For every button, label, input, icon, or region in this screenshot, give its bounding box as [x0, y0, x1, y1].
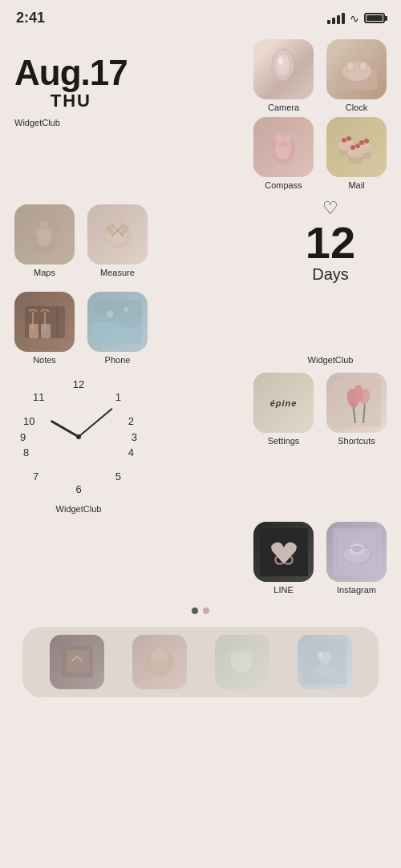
clock-center: [76, 434, 81, 439]
main-content: Aug.17 THU WidgetClub: [0, 39, 401, 697]
app-icon-maps[interactable]: [14, 204, 75, 264]
dock-icon-2[interactable]: [132, 635, 187, 689]
row4-left: 12 1 2 3 4 5 6 7 8 9 10 11 WidgetCl: [14, 373, 143, 514]
app-item-clock[interactable]: Clock: [326, 39, 387, 112]
clock-num-8: 8: [23, 446, 29, 458]
clock-num-7: 7: [33, 470, 38, 482]
clock-num-6: 6: [75, 483, 81, 495]
app-pair-row-2: Compass: [253, 117, 387, 190]
clock-num-5: 5: [115, 470, 121, 482]
svg-point-20: [359, 140, 364, 145]
svg-point-17: [346, 136, 351, 141]
app-icon-phone[interactable]: [87, 292, 148, 352]
app-label-line: LINE: [273, 585, 293, 595]
app-item-maps[interactable]: Maps: [14, 204, 75, 277]
widgetclub-label-3: WidgetClub: [56, 504, 102, 514]
svg-rect-61: [67, 650, 89, 672]
dock-icon-1[interactable]: [50, 635, 104, 689]
maps-inner: [14, 204, 75, 264]
battery-icon: [364, 13, 385, 23]
widgetclub-right: WidgetClub: [274, 355, 387, 365]
svg-point-47: [124, 307, 128, 312]
svg-point-69: [235, 661, 248, 671]
svg-point-29: [48, 220, 59, 232]
countdown-number: 12: [306, 220, 355, 265]
app-pair-row-1: Camera: [253, 39, 387, 112]
wifi-icon: ∿: [350, 12, 359, 25]
app-icon-shortcuts[interactable]: [326, 373, 387, 433]
app-item-line[interactable]: LINE: [253, 522, 314, 595]
dock-icon-4[interactable]: [298, 635, 352, 689]
page-dot-2[interactable]: [203, 608, 209, 614]
app-item-shortcuts[interactable]: Shortcuts: [326, 373, 387, 446]
app-item-settings[interactable]: épine Settings: [253, 373, 314, 446]
page-dots: [14, 608, 387, 614]
signal-icon: [327, 13, 345, 24]
notes-inner: [14, 292, 75, 352]
status-time: 2:41: [16, 10, 45, 26]
clock-num-11: 11: [33, 391, 44, 403]
app-icon-line[interactable]: [253, 522, 314, 582]
app-item-phone[interactable]: Phone: [87, 292, 148, 365]
app-icon-measure[interactable]: [87, 204, 148, 264]
svg-point-21: [364, 139, 369, 143]
app-item-compass[interactable]: Compass: [253, 117, 314, 190]
app-label-measure: Measure: [100, 268, 135, 277]
clock-minute-hand: [78, 408, 112, 438]
widgetclub-label-2: WidgetClub: [274, 355, 387, 365]
app-item-notes[interactable]: Notes: [14, 292, 75, 365]
app-item-instagram[interactable]: Instagram: [326, 522, 387, 595]
app-icon-clock[interactable]: [326, 39, 387, 99]
app-icon-camera[interactable]: [253, 39, 314, 99]
clock-num-2: 2: [128, 415, 134, 427]
svg-point-8: [360, 63, 367, 71]
app-item-mail[interactable]: Mail: [326, 117, 387, 190]
app-item-measure[interactable]: Measure: [87, 204, 148, 277]
row4-right: épine Settings: [253, 373, 387, 446]
app-pair-right: Camera: [253, 39, 387, 190]
svg-point-25: [355, 143, 360, 148]
row-clock-settings: 12 1 2 3 4 5 6 7 8 9 10 11 WidgetCl: [14, 373, 387, 514]
svg-point-28: [29, 220, 40, 232]
page-dot-1[interactable]: [192, 608, 198, 614]
date-block: Aug.17 THU WidgetClub: [14, 39, 128, 127]
heart-icon: ♡: [322, 198, 338, 219]
clock-num-4: 4: [128, 446, 134, 458]
clock-widget: 12 1 2 3 4 5 6 7 8 9 10 11: [14, 373, 143, 501]
app-icon-instagram[interactable]: [326, 522, 387, 582]
app-label-maps: Maps: [34, 268, 55, 277]
svg-point-64: [149, 660, 170, 676]
mail-inner: [326, 117, 387, 177]
app-label-notes: Notes: [33, 355, 56, 365]
countdown-widget: ♡ 12 Days: [274, 198, 387, 284]
dock-icon-3[interactable]: [215, 635, 269, 689]
app-icon-mail[interactable]: [326, 117, 387, 177]
svg-point-73: [318, 652, 322, 657]
svg-point-23: [347, 147, 363, 158]
row2-left: Maps Meas: [14, 204, 148, 277]
app-icon-notes[interactable]: [14, 292, 75, 352]
clock-num-9: 9: [20, 431, 26, 443]
svg-point-46: [107, 311, 113, 317]
row-date-apps: Aug.17 THU WidgetClub: [14, 39, 387, 190]
clock-num-3: 3: [132, 431, 137, 443]
app-icon-compass[interactable]: [253, 117, 314, 177]
app-label-instagram: Instagram: [337, 585, 376, 595]
settings-inner: épine: [253, 373, 314, 433]
svg-point-30: [37, 230, 51, 246]
app-icon-settings[interactable]: épine: [253, 373, 314, 433]
clock-num-10: 10: [23, 415, 34, 427]
shortcuts-inner: [326, 373, 387, 433]
status-bar: 2:41 ∿: [0, 0, 401, 31]
measure-inner: [87, 204, 148, 264]
app-label-mail: Mail: [348, 180, 364, 190]
app-label-shortcuts: Shortcuts: [338, 436, 375, 446]
app-label-compass: Compass: [265, 180, 302, 190]
clock-num-1: 1: [115, 391, 121, 403]
svg-point-53: [354, 385, 363, 402]
app-item-camera[interactable]: Camera: [253, 39, 314, 112]
svg-point-7: [347, 63, 354, 71]
countdown-label: Days: [312, 265, 349, 284]
status-icons: ∿: [327, 12, 385, 25]
row5-right: LINE Inst: [253, 522, 387, 595]
